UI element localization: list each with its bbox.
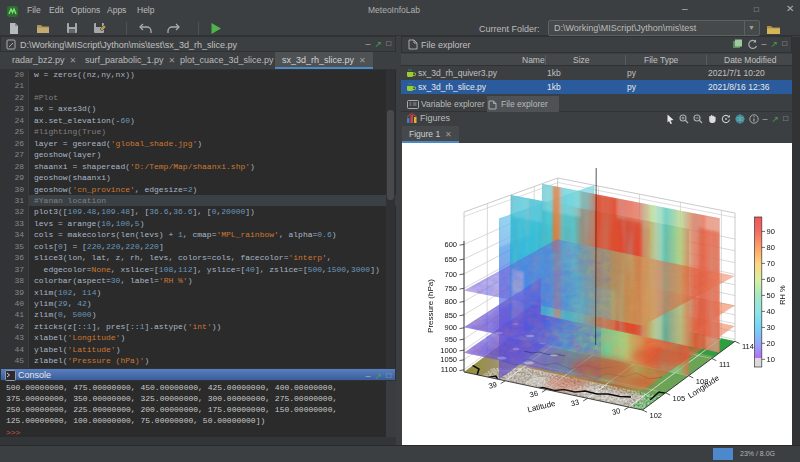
svg-text:1000: 1000: [440, 346, 457, 355]
svg-text:102: 102: [650, 411, 663, 420]
svg-text:20: 20: [767, 339, 775, 348]
svg-text:Latitude: Latitude: [526, 399, 556, 415]
svg-text:114: 114: [742, 342, 754, 351]
svg-text:1100: 1100: [441, 365, 457, 374]
svg-text:RH %: RH %: [778, 285, 787, 305]
svg-text:111: 111: [719, 360, 730, 369]
svg-text:750: 750: [444, 284, 457, 293]
svg-text:10: 10: [767, 355, 775, 364]
svg-text:40: 40: [767, 307, 775, 316]
svg-text:800: 800: [444, 297, 457, 306]
svg-text:950: 950: [444, 335, 457, 344]
svg-text:90: 90: [767, 227, 775, 236]
svg-text:Pressure (hPa): Pressure (hPa): [426, 279, 435, 333]
svg-text:650: 650: [444, 255, 457, 264]
svg-text:80: 80: [767, 243, 775, 252]
svg-text:36: 36: [529, 389, 539, 400]
svg-text:1050: 1050: [440, 355, 457, 364]
svg-text:600: 600: [444, 240, 457, 249]
svg-text:105: 105: [673, 394, 686, 403]
svg-text:700: 700: [444, 270, 457, 279]
svg-text:30: 30: [611, 406, 621, 417]
svg-text:33: 33: [570, 397, 580, 408]
svg-text:39: 39: [487, 380, 497, 391]
svg-text:30: 30: [767, 323, 775, 332]
svg-text:900: 900: [444, 323, 457, 332]
svg-text:70: 70: [767, 259, 775, 268]
svg-text:850: 850: [444, 311, 457, 320]
svg-text:60: 60: [767, 275, 775, 284]
svg-text:50: 50: [767, 291, 775, 300]
